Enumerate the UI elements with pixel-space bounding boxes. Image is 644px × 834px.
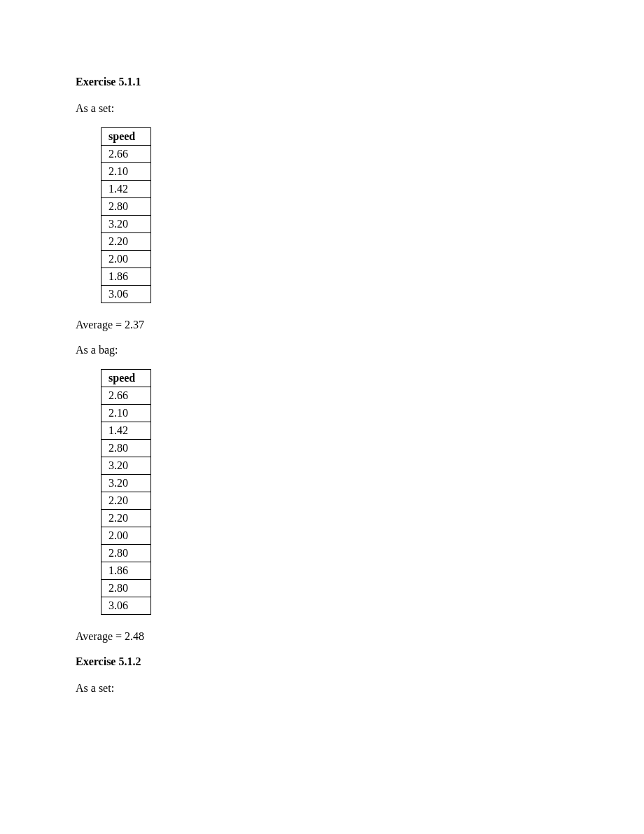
table-row: 1.42 bbox=[102, 422, 151, 440]
table-row: 3.20 bbox=[102, 475, 151, 492]
table-row: 2.00 bbox=[102, 251, 151, 268]
table-row: 2.80 bbox=[102, 198, 151, 216]
table-cell: 2.66 bbox=[102, 387, 151, 405]
table-row: 3.20 bbox=[102, 216, 151, 233]
table-cell: 2.80 bbox=[102, 198, 151, 216]
set-average: Average = 2.37 bbox=[76, 319, 568, 331]
table-row: 2.10 bbox=[102, 163, 151, 181]
table-row: 3.06 bbox=[102, 597, 151, 615]
table-row: 1.42 bbox=[102, 181, 151, 198]
table-row: 2.66 bbox=[102, 146, 151, 163]
table-row: 2.00 bbox=[102, 527, 151, 545]
exercise-title: Exercise 5.1.1 bbox=[76, 76, 568, 88]
table-cell: 3.20 bbox=[102, 457, 151, 475]
table-cell: 2.10 bbox=[102, 405, 151, 422]
table-row: 3.06 bbox=[102, 286, 151, 303]
table-cell: 2.20 bbox=[102, 510, 151, 527]
table-cell: 1.42 bbox=[102, 422, 151, 440]
set-table: speed 2.66 2.10 1.42 2.80 3.20 2.20 2.00… bbox=[101, 127, 151, 303]
table-cell: 3.20 bbox=[102, 216, 151, 233]
table-row: 2.80 bbox=[102, 440, 151, 457]
table-row: 2.80 bbox=[102, 580, 151, 597]
set-table-wrapper: speed 2.66 2.10 1.42 2.80 3.20 2.20 2.00… bbox=[101, 127, 568, 303]
table-row: 2.20 bbox=[102, 492, 151, 510]
table-row: 2.20 bbox=[102, 233, 151, 251]
table-cell: 3.06 bbox=[102, 597, 151, 615]
bag-table-header: speed bbox=[102, 370, 151, 387]
table-cell: 2.00 bbox=[102, 251, 151, 268]
set-table-header: speed bbox=[102, 128, 151, 146]
table-row: 1.86 bbox=[102, 562, 151, 580]
table-cell: 2.80 bbox=[102, 440, 151, 457]
table-row: 3.20 bbox=[102, 457, 151, 475]
set-label: As a set: bbox=[76, 102, 568, 115]
table-cell: 1.86 bbox=[102, 562, 151, 580]
table-cell: 2.00 bbox=[102, 527, 151, 545]
table-cell: 3.20 bbox=[102, 475, 151, 492]
table-row: 2.20 bbox=[102, 510, 151, 527]
table-row: 2.80 bbox=[102, 545, 151, 562]
table-row: 2.10 bbox=[102, 405, 151, 422]
table-cell: 1.86 bbox=[102, 268, 151, 286]
set-label-2: As a set: bbox=[76, 682, 568, 695]
table-cell: 1.42 bbox=[102, 181, 151, 198]
bag-table: speed 2.66 2.10 1.42 2.80 3.20 3.20 2.20… bbox=[101, 369, 151, 615]
bag-table-wrapper: speed 2.66 2.10 1.42 2.80 3.20 3.20 2.20… bbox=[101, 369, 568, 615]
table-row: 1.86 bbox=[102, 268, 151, 286]
table-cell: 2.80 bbox=[102, 580, 151, 597]
exercise-title-2: Exercise 5.1.2 bbox=[76, 655, 568, 668]
table-cell: 2.20 bbox=[102, 492, 151, 510]
table-cell: 2.80 bbox=[102, 545, 151, 562]
bag-label: As a bag: bbox=[76, 344, 568, 356]
table-cell: 2.66 bbox=[102, 146, 151, 163]
table-cell: 2.20 bbox=[102, 233, 151, 251]
table-cell: 2.10 bbox=[102, 163, 151, 181]
table-cell: 3.06 bbox=[102, 286, 151, 303]
bag-average: Average = 2.48 bbox=[76, 630, 568, 643]
table-row: 2.66 bbox=[102, 387, 151, 405]
